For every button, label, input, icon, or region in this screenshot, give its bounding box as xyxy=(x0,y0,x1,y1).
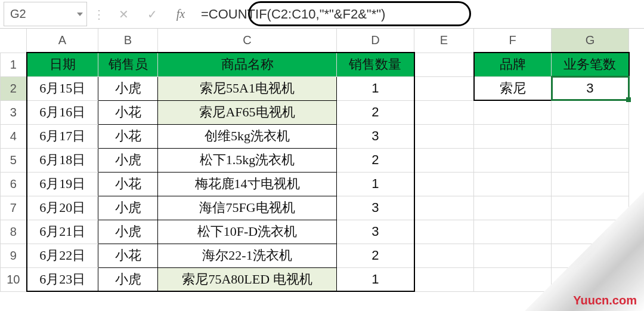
col-header-E[interactable]: E xyxy=(414,29,474,53)
header-brand[interactable]: 品牌 xyxy=(474,53,552,76)
cell-brand[interactable]: 索尼 xyxy=(474,76,552,100)
cancel-button[interactable]: ✕ xyxy=(109,0,138,28)
cell-qty[interactable]: 1 xyxy=(337,76,414,100)
select-all-corner[interactable] xyxy=(1,29,27,53)
cell-F4[interactable] xyxy=(474,124,552,148)
cell-G8[interactable] xyxy=(552,220,629,244)
cell-G9[interactable] xyxy=(552,244,629,267)
header-qty[interactable]: 销售数量 xyxy=(337,53,414,76)
cell-qty[interactable]: 1 xyxy=(337,267,414,291)
cell-qty[interactable]: 3 xyxy=(337,124,414,148)
cell-product[interactable]: 索尼55A1电视机 xyxy=(158,76,337,100)
cell-F7[interactable] xyxy=(474,196,552,220)
cell-count[interactable]: 3 xyxy=(552,76,629,100)
formula-input[interactable]: =COUNTIF(C2:C10,"*"&F2&"*") xyxy=(195,0,644,28)
row-7: 76月20日小虎海信75FG电视机3 xyxy=(1,196,629,220)
cell-salesperson[interactable]: 小花 xyxy=(98,244,158,267)
cell-date[interactable]: 6月20日 xyxy=(27,196,98,220)
cell-salesperson[interactable]: 小虎 xyxy=(98,148,158,172)
row-header-5[interactable]: 5 xyxy=(1,148,27,172)
cell-date[interactable]: 6月16日 xyxy=(27,100,98,124)
header-date[interactable]: 日期 xyxy=(27,53,98,76)
row-header-1[interactable]: 1 xyxy=(1,53,27,76)
row-header-8[interactable]: 8 xyxy=(1,220,27,244)
cell-salesperson[interactable]: 小虎 xyxy=(98,196,158,220)
cell-date[interactable]: 6月19日 xyxy=(27,172,98,196)
cell-E10[interactable] xyxy=(414,267,474,291)
cell-qty[interactable]: 2 xyxy=(337,148,414,172)
cell-qty[interactable]: 2 xyxy=(337,100,414,124)
cell-F10[interactable] xyxy=(474,267,552,291)
cell-F6[interactable] xyxy=(474,172,552,196)
cell-F8[interactable] xyxy=(474,220,552,244)
header-product[interactable]: 商品名称 xyxy=(158,53,337,76)
cell-product[interactable]: 海尔22-1洗衣机 xyxy=(158,244,337,267)
cell-product[interactable]: 松下1.5kg洗衣机 xyxy=(158,148,337,172)
col-header-D[interactable]: D xyxy=(337,29,414,53)
cell-salesperson[interactable]: 小虎 xyxy=(98,76,158,100)
cell-qty[interactable]: 3 xyxy=(337,220,414,244)
cell-E2[interactable] xyxy=(414,76,474,100)
cell-F5[interactable] xyxy=(474,148,552,172)
accept-button[interactable]: ✓ xyxy=(138,0,166,28)
chevron-down-icon[interactable] xyxy=(77,13,83,16)
cell-product[interactable]: 松下10F-D洗衣机 xyxy=(158,220,337,244)
row-header-2[interactable]: 2 xyxy=(1,76,27,100)
cell-salesperson[interactable]: 小花 xyxy=(98,172,158,196)
cell-G3[interactable] xyxy=(552,100,629,124)
formula-text: =COUNTIF(C2:C10,"*"&F2&"*") xyxy=(201,7,385,22)
cell-E9[interactable] xyxy=(414,244,474,267)
cell-E5[interactable] xyxy=(414,148,474,172)
row-header-6[interactable]: 6 xyxy=(1,172,27,196)
row-header-4[interactable]: 4 xyxy=(1,124,27,148)
header-count[interactable]: 业务笔数 xyxy=(552,53,629,76)
cell-salesperson[interactable]: 小花 xyxy=(98,124,158,148)
cell-salesperson[interactable]: 小花 xyxy=(98,100,158,124)
cell-qty[interactable]: 2 xyxy=(337,244,414,267)
row-header-7[interactable]: 7 xyxy=(1,196,27,220)
cell-E3[interactable] xyxy=(414,100,474,124)
fill-handle[interactable] xyxy=(626,97,631,102)
cell-product[interactable]: 索尼AF65电视机 xyxy=(158,100,337,124)
cell-G7[interactable] xyxy=(552,196,629,220)
col-header-C[interactable]: C xyxy=(158,29,337,53)
header-salesperson[interactable]: 销售员 xyxy=(98,53,158,76)
cell-date[interactable]: 6月17日 xyxy=(27,124,98,148)
cell-F3[interactable] xyxy=(474,100,552,124)
cell-G6[interactable] xyxy=(552,172,629,196)
row-header-9[interactable]: 9 xyxy=(1,244,27,267)
cell-G10[interactable] xyxy=(552,267,629,291)
cell-date[interactable]: 6月23日 xyxy=(27,267,98,291)
col-header-G[interactable]: G xyxy=(552,29,629,53)
cell-product[interactable]: 梅花鹿14寸电视机 xyxy=(158,172,337,196)
cell-product[interactable]: 创维5kg洗衣机 xyxy=(158,124,337,148)
cell-E8[interactable] xyxy=(414,220,474,244)
cell-qty[interactable]: 1 xyxy=(337,172,414,196)
cell-G5[interactable] xyxy=(552,148,629,172)
spreadsheet-grid[interactable]: A B C D E F G 1日期销售员商品名称销售数量品牌业务笔数26月15日… xyxy=(0,29,644,292)
fx-label[interactable]: fx xyxy=(166,0,195,28)
cell-E1[interactable] xyxy=(414,53,474,76)
cell-date[interactable]: 6月18日 xyxy=(27,148,98,172)
cell-qty[interactable]: 3 xyxy=(337,196,414,220)
col-header-B[interactable]: B xyxy=(98,29,158,53)
name-box[interactable]: G2 xyxy=(4,2,87,26)
row-header-10[interactable]: 10 xyxy=(1,267,27,291)
col-header-F[interactable]: F xyxy=(474,29,552,53)
cell-G4[interactable] xyxy=(552,124,629,148)
col-header-A[interactable]: A xyxy=(27,29,98,53)
cell-date[interactable]: 6月15日 xyxy=(27,76,98,100)
row-2: 26月15日小虎索尼55A1电视机1索尼3 xyxy=(1,76,629,100)
cell-product[interactable]: 索尼75A80LED 电视机 xyxy=(158,267,337,291)
cell-product[interactable]: 海信75FG电视机 xyxy=(158,196,337,220)
row-header-3[interactable]: 3 xyxy=(1,100,27,124)
cell-E6[interactable] xyxy=(414,172,474,196)
cell-E4[interactable] xyxy=(414,124,474,148)
cell-date[interactable]: 6月21日 xyxy=(27,220,98,244)
cell-date[interactable]: 6月22日 xyxy=(27,244,98,267)
cell-salesperson[interactable]: 小虎 xyxy=(98,267,158,291)
row-8: 86月21日小虎松下10F-D洗衣机3 xyxy=(1,220,629,244)
cell-E7[interactable] xyxy=(414,196,474,220)
cell-F9[interactable] xyxy=(474,244,552,267)
cell-salesperson[interactable]: 小虎 xyxy=(98,220,158,244)
